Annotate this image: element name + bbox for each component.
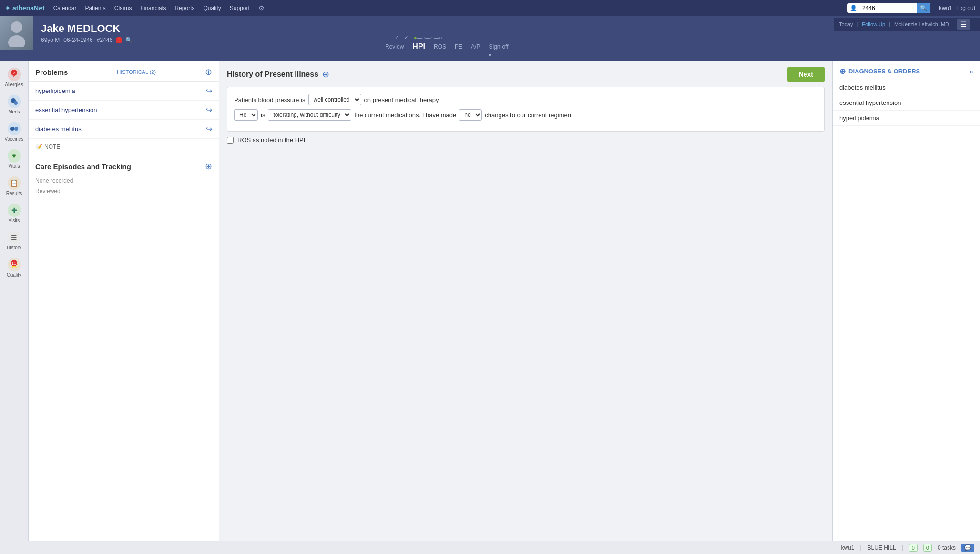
diagnoses-title: ⊕ DIAGNOSES & ORDERS (839, 67, 920, 76)
menu-button[interactable]: ☰ (957, 19, 970, 30)
add-hpi-button[interactable]: ⊕ (322, 69, 329, 80)
app-logo[interactable]: ✦ athenaNet (5, 4, 45, 12)
task-badge-1: 0 (909, 544, 918, 552)
svg-point-1 (8, 35, 25, 47)
diagnosis-item-hyperlipidemia[interactable]: hyperlipidemia (833, 111, 980, 126)
step-signoff[interactable]: Sign-off (489, 43, 508, 50)
share-icon[interactable]: ↪ (206, 124, 212, 133)
visits-icon: ✚ (8, 204, 21, 217)
hpi-text-part1: Patients blood pressure is (234, 96, 306, 103)
search-button[interactable]: 🔍 (917, 3, 930, 13)
step-ap[interactable]: A/P (471, 43, 480, 50)
hpi-title: History of Present Illness ⊕ (227, 69, 329, 80)
nav-quality[interactable]: Quality (203, 5, 221, 11)
nav-financials[interactable]: Financials (140, 5, 166, 11)
add-care-episode-button[interactable]: ⊕ (205, 161, 212, 172)
bottom-location: BLUE HILL (868, 544, 896, 551)
hpi-dropdown-controlled[interactable]: well controlled (308, 94, 361, 105)
historical-badge[interactable]: HISTORICAL (2) (117, 69, 156, 75)
history-label: History (7, 245, 21, 250)
svg-point-4 (10, 127, 14, 131)
hpi-dropdown-no[interactable]: no (459, 109, 482, 121)
patient-age-sex: 69yo M (41, 37, 60, 43)
username: kwu1 (939, 5, 952, 11)
app-name: athenaNet (12, 4, 45, 12)
logout-link[interactable]: Log out (956, 5, 975, 11)
results-label: Results (6, 191, 22, 196)
diagnoses-header: ⊕ DIAGNOSES & ORDERS » (833, 61, 980, 80)
step-review[interactable]: Review (385, 43, 404, 50)
results-icon: 📋 (8, 176, 21, 190)
problem-name: diabetes mellitus (35, 125, 82, 133)
problem-item-hyperlipidemia[interactable]: hyperlipidemia ↪ (29, 82, 219, 101)
share-icon[interactable]: ↪ (206, 86, 212, 95)
hpi-content-box: Patients blood pressure is well controll… (227, 87, 825, 132)
expand-icon[interactable]: » (970, 68, 973, 75)
hpi-dropdown-pronoun[interactable]: He (234, 109, 258, 121)
nav-calendar[interactable]: Calendar (53, 5, 77, 11)
task-count: 0 tasks (938, 544, 956, 551)
search-input[interactable] (859, 4, 917, 12)
step-pe[interactable]: PE (455, 43, 462, 50)
svg-point-5 (14, 127, 18, 131)
add-problem-button[interactable]: ⊕ (205, 67, 212, 77)
diagnosis-item-diabetes[interactable]: diabetes mellitus (833, 80, 980, 95)
sidebar-item-results[interactable]: 📋 Results (1, 174, 27, 199)
diagnosis-item-hypertension[interactable]: essential hypertension (833, 95, 980, 111)
today-label[interactable]: Today (839, 21, 853, 27)
problems-panel: Problems HISTORICAL (2) ⊕ hyperlipidemia… (29, 61, 219, 541)
nav-patients[interactable]: Patients (85, 5, 105, 11)
sidebar-item-allergies[interactable]: ⚕ 2 Allergies (1, 65, 27, 90)
problem-item-hypertension[interactable]: essential hypertension ↪ (29, 101, 219, 120)
problem-name: hyperlipidemia (35, 87, 75, 94)
patient-search: 👤 🔍 (847, 3, 930, 13)
nav-claims[interactable]: Claims (114, 5, 132, 11)
quality-label: Quality (7, 272, 21, 277)
nav-support[interactable]: Support (230, 5, 250, 11)
follow-up-link[interactable]: Follow Up (862, 21, 885, 27)
note-section: 📝 NOTE (29, 139, 219, 155)
hpi-text-part5: changes to our current regimen. (485, 112, 572, 119)
chat-icon[interactable]: 💬 (961, 544, 974, 552)
patient-header: Today | Follow Up | McKenzie Leftwich, M… (0, 16, 980, 50)
gear-icon[interactable]: ⚙ (258, 4, 265, 12)
vitals-label: Vitals (8, 164, 20, 169)
hpi-sentence-row1: Patients blood pressure is well controll… (234, 94, 817, 105)
meds-icon (8, 95, 21, 108)
hpi-dropdown-tolerating[interactable]: tolerating, without difficulty (268, 109, 351, 121)
svg-point-3 (14, 101, 18, 105)
search-icon[interactable]: 🔍 (125, 37, 133, 43)
workflow-step-labels: Review HPI ROS PE A/P Sign-off (385, 42, 509, 51)
icon-sidebar: ⚕ 2 Allergies Meds Vaccines ♥ Vitals 📋 R… (0, 61, 29, 541)
next-button[interactable]: Next (787, 67, 825, 82)
nav-reports[interactable]: Reports (174, 5, 194, 11)
problems-title: Problems (35, 68, 68, 76)
quality-badge: 11 (11, 260, 17, 266)
hpi-text-part3: is (261, 112, 265, 119)
alert-badge[interactable]: ! (116, 37, 122, 43)
sidebar-item-meds[interactable]: Meds (1, 92, 27, 117)
ros-row: ROS as noted in the HPI (219, 132, 832, 148)
sidebar-item-vitals[interactable]: ♥ Vitals (1, 146, 27, 172)
vitals-icon: ♥ (8, 149, 21, 163)
sidebar-item-vaccines[interactable]: Vaccines (1, 119, 27, 144)
sidebar-item-history[interactable]: ☰ History (1, 228, 27, 253)
top-navigation: ✦ athenaNet Calendar Patients Claims Fin… (0, 0, 980, 16)
step-ros[interactable]: ROS (434, 43, 446, 50)
bottom-user: kwu1 (841, 544, 854, 551)
step-hpi[interactable]: HPI (412, 42, 425, 51)
share-icon[interactable]: ↪ (206, 105, 212, 114)
patient-name: Jake MEDLOCK (41, 22, 953, 35)
note-icon: 📝 (35, 144, 42, 150)
patient-dob: 06-24-1946 (63, 37, 92, 43)
diagnoses-add-icon[interactable]: ⊕ (839, 67, 846, 76)
reviewed-text: Reviewed (29, 186, 219, 196)
sidebar-item-visits[interactable]: ✚ Visits (1, 201, 27, 226)
sidebar-item-quality[interactable]: ⭐ 11 Quality (1, 255, 27, 280)
user-info: kwu1 Log out (939, 5, 975, 11)
vaccines-label: Vaccines (5, 136, 24, 142)
ros-checkbox[interactable] (227, 137, 234, 144)
chevron-down-icon[interactable]: ▼ (487, 52, 493, 59)
problem-item-diabetes[interactable]: diabetes mellitus ↪ (29, 120, 219, 139)
problem-name: essential hypertension (35, 106, 97, 113)
